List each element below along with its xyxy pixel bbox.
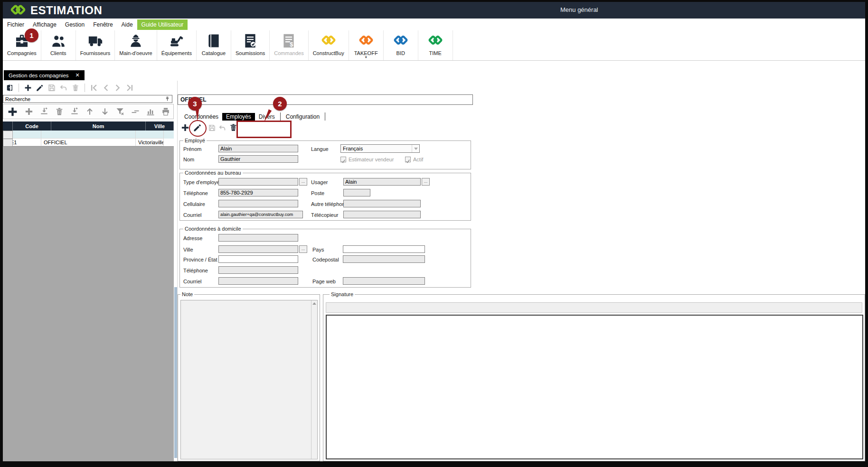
save-button[interactable] [208,124,216,132]
dropdown-caret-icon[interactable]: ▾ [365,56,367,59]
estimateur-vendeur-checkbox[interactable] [340,157,346,162]
ville-field[interactable] [218,245,298,253]
annotation-badge-1: 1 [25,28,38,42]
menu-item-gestion[interactable]: Gestion [61,19,89,30]
page-web-field[interactable] [343,277,425,285]
printer-icon[interactable] [161,107,170,116]
type-employe-field[interactable] [218,178,298,186]
toolbar-item-commandes[interactable]: $Commandes [270,30,308,60]
column-header-ville[interactable]: Ville [146,121,174,131]
nav-last-icon[interactable] [275,124,285,135]
pencil-icon[interactable] [36,84,44,92]
import-icon[interactable] [70,107,79,116]
form-tab-coordonn-es[interactable]: Coordonnées [180,113,222,121]
table-row-selected[interactable] [3,131,174,139]
usager-field[interactable] [343,178,421,186]
table-row[interactable]: CIE1OFFICIELVictoriaville [3,139,174,146]
langue-select[interactable]: Français [340,144,420,153]
form-tabs: CoordonnéesEmployésDiversConfiguration [180,112,327,121]
excavator-icon [169,33,185,49]
codepostal-field[interactable] [343,255,425,263]
group-icon[interactable] [131,107,140,116]
pin-icon[interactable] [165,96,170,102]
nav-first-icon[interactable] [90,84,98,92]
undo-button[interactable] [218,124,226,132]
groupbox-bureau-legend: Coordonnées au bureau [183,170,243,176]
toolbar-item-label: Soumissions [236,50,265,56]
search-input[interactable]: Recherche [3,95,172,103]
trash-icon[interactable] [55,107,64,116]
nav-prev-icon[interactable] [251,124,262,135]
undo-icon[interactable] [59,84,68,92]
clients-icon [50,33,66,49]
telephone-domicile-field[interactable] [218,266,298,274]
toolbar-item-time[interactable]: TIME [418,30,453,60]
row-selector-header [3,121,13,131]
nav-last-icon[interactable] [125,84,134,92]
menu-item-aide[interactable]: Aide [117,19,137,30]
nav-prev-icon[interactable] [102,84,110,92]
cellulaire-field[interactable] [218,200,298,207]
arrow-down-icon[interactable] [100,107,110,116]
plus-icon[interactable] [7,106,19,118]
import-icon[interactable] [39,107,49,116]
toolbar-item-bid[interactable]: BID [384,30,418,60]
title-bar: ESTIMATION [3,2,865,19]
plus-icon[interactable] [24,84,32,92]
autre-telephone-field[interactable] [343,200,421,207]
telephone-bureau-field[interactable] [218,189,298,196]
toolbar-item-clients[interactable]: Clients [41,30,76,60]
toolbar-item-takeoff[interactable]: TAKEOFF▾ [349,30,384,60]
pays-field[interactable] [343,245,425,253]
funnel-x-icon[interactable] [115,107,125,116]
toolbar-item-constructbuy[interactable]: ConstructBuy [309,30,349,60]
form-tab-configuration[interactable]: Configuration [282,113,323,121]
adresse-field[interactable] [218,234,298,242]
nav-next-icon[interactable] [263,124,274,135]
toolbar-item-soumissions[interactable]: Soumissions [231,30,270,60]
company-title-field[interactable]: OFFICIEL [178,94,473,105]
floppy-icon[interactable] [47,84,56,92]
toolbar-item-fournisseurs[interactable]: Fournisseurs [76,30,115,60]
exit-icon[interactable] [5,84,14,92]
trash-icon[interactable] [71,84,80,92]
annotation-circle-edit [189,120,207,137]
menu-bar: FichierAffichageGestionFenêtreAideGuide … [3,19,865,30]
toolbar-item-quipements[interactable]: Équipements [157,30,197,60]
column-header-nom[interactable]: Nom [51,121,146,131]
scroll-up-icon[interactable] [312,302,316,305]
type-employe-browse-button[interactable]: ... [299,178,307,186]
menu-item-affichage[interactable]: Affichage [28,19,61,30]
note-textarea[interactable] [180,300,318,459]
add-employee-button[interactable] [180,123,190,132]
actif-checkbox[interactable] [405,157,411,162]
tab-gestion-des-compagnies[interactable]: Gestion des compagnies ✕ [4,70,85,80]
ville-browse-button[interactable]: ... [299,245,307,253]
column-header-code[interactable]: Code [13,121,51,131]
telecopieur-field[interactable] [343,211,421,218]
row-selector[interactable] [3,131,13,139]
toolbar-item-catalogue[interactable]: Catalogue [197,30,231,60]
usager-browse-button[interactable]: ... [422,178,430,186]
poste-field[interactable] [343,189,370,196]
close-icon[interactable]: ✕ [75,72,80,78]
menu-item-fichier[interactable]: Fichier [3,19,28,30]
menu-item-fen-tre[interactable]: Fenêtre [89,19,117,30]
courriel-bureau-field[interactable] [218,211,303,218]
courriel-domicile-field[interactable] [218,277,298,285]
nav-first-icon[interactable] [239,124,250,135]
note-scrollbar[interactable] [311,300,317,459]
prenom-field[interactable] [218,145,298,152]
menu-general-label: Menu général [560,6,598,13]
signature-toolbar[interactable] [326,302,862,313]
plus-icon[interactable] [24,107,34,116]
chart-icon[interactable] [146,107,155,116]
arrow-up-icon[interactable] [85,107,94,116]
nav-next-icon[interactable] [113,84,122,92]
nom-field[interactable] [218,155,298,163]
toolbar-item-main-d-oeuvre[interactable]: Main-d'oeuvre [115,30,157,60]
signature-canvas[interactable] [326,315,863,459]
form-tab-employ-s[interactable]: Employés [222,113,255,121]
province-field[interactable] [218,255,298,263]
menu-item-guide-utilisateur[interactable]: Guide Utilisateur [137,19,188,30]
